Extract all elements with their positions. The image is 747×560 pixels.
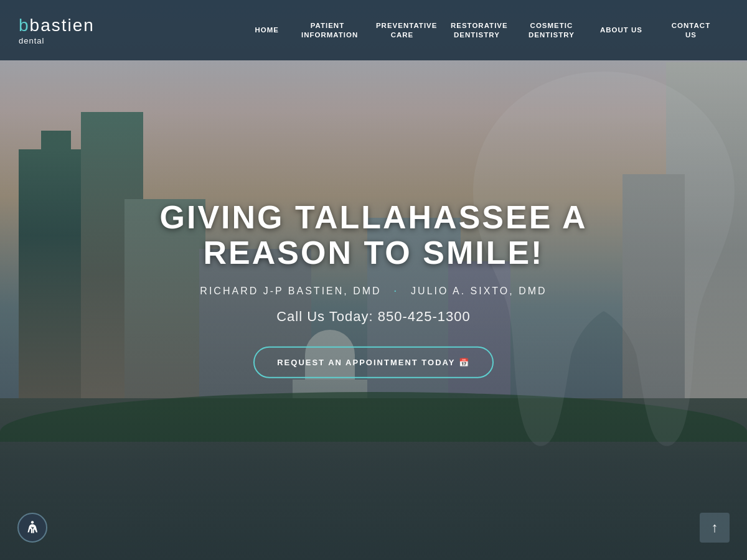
nav-cosmetic-dentistry[interactable]: COSMETIC DENTISTRY bbox=[514, 21, 589, 40]
doctor1-name: RICHARD J-P BASTIEN, DMD bbox=[200, 286, 381, 296]
accessibility-button[interactable] bbox=[17, 513, 47, 543]
nav-patient-information[interactable]: PATIENT INFORMATION bbox=[290, 21, 365, 40]
site-header: bbastien dental HOME PATIENT INFORMATION… bbox=[0, 0, 747, 60]
logo-name-top: bastien bbox=[30, 16, 95, 35]
logo-icon: b bbox=[19, 16, 30, 35]
svg-point-0 bbox=[31, 521, 34, 523]
doctors-separator: · bbox=[393, 283, 399, 297]
hero-doctors: RICHARD J-P BASTIEN, DMD · JULIO A. SIXT… bbox=[93, 283, 654, 297]
logo[interactable]: bbastien dental bbox=[19, 15, 95, 45]
hero-phone: Call Us Today: 850-425-1300 bbox=[93, 309, 654, 325]
nav-preventative-care[interactable]: PREVENTATIVE CARE bbox=[365, 21, 439, 40]
doctor2-name: JULIO A. SIXTO, DMD bbox=[411, 286, 547, 296]
appointment-cta-button[interactable]: REQUEST AN APPOINTMENT TODAY 📅 bbox=[253, 347, 494, 378]
main-nav: HOME PATIENT INFORMATION PREVENTATIVE CA… bbox=[243, 21, 728, 40]
hero-title: GIVING TALLAHASSEE A REASON TO SMILE! bbox=[93, 200, 654, 271]
hero-content: GIVING TALLAHASSEE A REASON TO SMILE! RI… bbox=[93, 200, 654, 378]
accessibility-icon bbox=[24, 520, 40, 536]
scroll-up-button[interactable]: ↑ bbox=[700, 513, 730, 543]
scroll-up-icon: ↑ bbox=[712, 520, 718, 536]
logo-name-bottom: dental bbox=[19, 36, 44, 45]
hero-section: GIVING TALLAHASSEE A REASON TO SMILE! RI… bbox=[0, 0, 747, 560]
nav-about-us[interactable]: ABOUT US bbox=[589, 26, 654, 35]
nav-contact-us[interactable]: CONTACT US bbox=[654, 21, 728, 40]
nav-restorative-dentistry[interactable]: RESTORATIVE DENTISTRY bbox=[439, 21, 514, 40]
nav-home[interactable]: HOME bbox=[243, 26, 290, 35]
